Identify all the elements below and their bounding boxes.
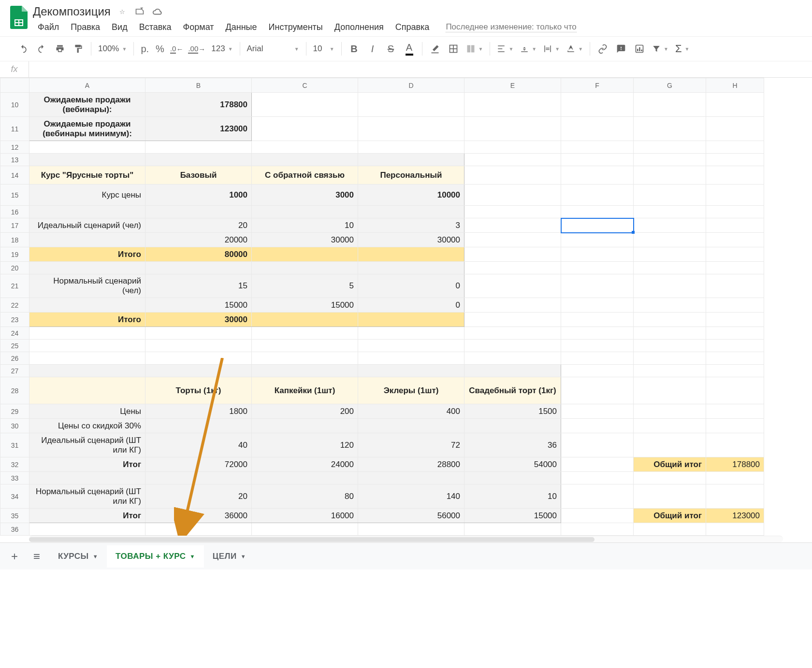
cell[interactable] — [561, 313, 634, 327]
cell[interactable]: 80000 — [145, 247, 252, 262]
cell[interactable] — [252, 419, 358, 433]
row-header[interactable]: 22 — [0, 298, 29, 313]
text-color-button[interactable]: A — [401, 40, 418, 57]
cell[interactable]: Цены — [29, 404, 145, 419]
cell[interactable]: 200 — [252, 404, 358, 419]
row-header[interactable]: 27 — [0, 365, 29, 377]
cell[interactable]: 15000 — [145, 298, 252, 313]
cell[interactable]: Базовый — [145, 166, 252, 185]
cell[interactable]: Капкейки (1шт) — [252, 377, 358, 404]
cell[interactable]: 1500 — [464, 404, 561, 419]
cell[interactable] — [145, 419, 252, 433]
cell[interactable] — [358, 523, 464, 536]
cell[interactable]: Нормальный сценарий (ШТ или КГ) — [29, 484, 145, 509]
filter-button[interactable]: ▼ — [649, 40, 671, 57]
row-header[interactable]: 10 — [0, 93, 29, 117]
menu-Данные[interactable]: Данные — [221, 20, 262, 34]
cell[interactable] — [464, 340, 561, 352]
cell[interactable] — [634, 218, 706, 233]
cell[interactable]: С обратной связью — [252, 166, 358, 185]
row-header[interactable]: 24 — [0, 327, 29, 340]
cell[interactable] — [464, 298, 561, 313]
cell[interactable] — [29, 141, 145, 154]
sheet-tab[interactable]: КУРСЫ▼ — [49, 545, 107, 568]
row-header[interactable]: 14 — [0, 166, 29, 185]
cell[interactable] — [561, 185, 634, 206]
add-sheet-button[interactable]: + — [5, 547, 24, 566]
cell[interactable] — [145, 365, 252, 377]
cell[interactable] — [29, 262, 145, 274]
row-header[interactable]: 25 — [0, 340, 29, 352]
cell[interactable] — [706, 117, 764, 141]
cell[interactable]: 0 — [358, 274, 464, 298]
column-header[interactable]: H — [706, 78, 764, 93]
cell[interactable]: 5 — [252, 274, 358, 298]
cell[interactable] — [145, 141, 252, 154]
cell[interactable] — [464, 523, 561, 536]
text-wrap-button[interactable]: ▼ — [540, 40, 563, 57]
cell[interactable] — [561, 166, 634, 185]
document-title[interactable]: Декомпозиция — [33, 5, 111, 18]
menu-Вид[interactable]: Вид — [107, 20, 132, 34]
cell[interactable]: 72000 — [145, 457, 252, 472]
cell[interactable] — [561, 262, 634, 274]
cell[interactable] — [464, 117, 561, 141]
select-all-corner[interactable] — [0, 78, 29, 93]
cell[interactable] — [634, 141, 706, 154]
menu-Формат[interactable]: Формат — [178, 20, 219, 34]
row-header[interactable]: 30 — [0, 419, 29, 433]
cell[interactable] — [464, 313, 561, 327]
fill-color-button[interactable] — [426, 40, 444, 57]
cell[interactable] — [252, 247, 358, 262]
row-header[interactable]: 15 — [0, 185, 29, 206]
cell[interactable] — [561, 117, 634, 141]
cell[interactable]: 123000 — [706, 509, 764, 523]
cell[interactable]: 15000 — [464, 509, 561, 523]
borders-button[interactable] — [445, 40, 462, 57]
row-header[interactable]: 34 — [0, 484, 29, 509]
cell[interactable]: 54000 — [464, 457, 561, 472]
cell[interactable]: 3000 — [252, 185, 358, 206]
cell[interactable] — [561, 298, 634, 313]
column-header[interactable]: B — [145, 78, 252, 93]
sheet-tab[interactable]: ТОВАРЫ + КУРС▼ — [107, 545, 204, 568]
cell[interactable] — [561, 404, 634, 419]
cell[interactable] — [706, 472, 764, 484]
cell[interactable] — [634, 352, 706, 365]
cell[interactable] — [634, 206, 706, 218]
cell[interactable] — [358, 352, 464, 365]
cell[interactable]: 30000 — [252, 233, 358, 247]
cell[interactable] — [561, 340, 634, 352]
row-header[interactable]: 33 — [0, 472, 29, 484]
cell[interactable] — [464, 472, 561, 484]
cell[interactable] — [252, 472, 358, 484]
vertical-align-button[interactable]: ▼ — [517, 40, 539, 57]
row-header[interactable]: 36 — [0, 523, 29, 536]
zoom-dropdown[interactable]: 100%▼ — [95, 40, 130, 57]
cell[interactable]: 1800 — [145, 404, 252, 419]
cell[interactable] — [706, 419, 764, 433]
cell[interactable] — [252, 340, 358, 352]
cell[interactable]: Цены со скидкой 30% — [29, 419, 145, 433]
cell[interactable] — [561, 141, 634, 154]
row-header[interactable]: 17 — [0, 218, 29, 233]
cell[interactable] — [145, 523, 252, 536]
cell[interactable] — [561, 509, 634, 523]
row-header[interactable]: 26 — [0, 352, 29, 365]
cell[interactable] — [634, 233, 706, 247]
cell[interactable] — [358, 313, 464, 327]
font-size-dropdown[interactable]: 10▼ — [310, 40, 337, 57]
cell[interactable] — [358, 141, 464, 154]
row-header[interactable]: 32 — [0, 457, 29, 472]
number-format-dropdown[interactable]: 123▼ — [208, 40, 235, 57]
cell[interactable] — [634, 404, 706, 419]
strikethrough-button[interactable]: S — [382, 40, 400, 57]
cell[interactable] — [252, 313, 358, 327]
star-icon[interactable]: ☆ — [116, 6, 128, 17]
cell[interactable]: 10 — [464, 484, 561, 509]
insert-comment-button[interactable] — [612, 40, 630, 57]
cell[interactable] — [706, 327, 764, 340]
cell[interactable]: 15 — [145, 274, 252, 298]
cell[interactable] — [29, 206, 145, 218]
cell[interactable] — [706, 247, 764, 262]
